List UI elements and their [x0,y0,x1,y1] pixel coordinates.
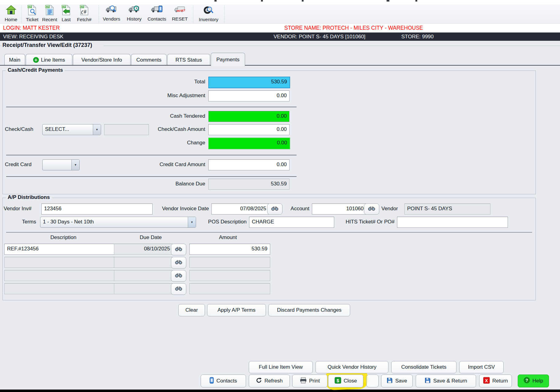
help-button[interactable]: ? Help [518,375,549,387]
terms-select[interactable]: 1 - 30 Days - Net 10th ▼ [40,217,196,228]
vendor-inv-label: Vendor Inv# [4,204,32,214]
contacts-button[interactable]: Contacts [201,375,246,387]
toolbar-item-fetch[interactable]: RD# Fetch# [77,5,91,22]
account-lookup-button[interactable] [364,204,379,215]
change-field: 0.00 [208,138,290,149]
toolbar-item-contacts[interactable]: Contacts [147,5,166,22]
dollar-icon: $ [335,377,341,385]
misc-adjustment-field[interactable]: 0.00 [208,90,289,101]
toolbar-item-ticket[interactable]: RD Ticket [26,5,39,22]
description-header: Description [33,234,94,241]
discard-payments-changes-button[interactable]: Discard Payments Changes [268,304,350,316]
title-line [0,46,2,46]
toolbar-item-vendors[interactable]: Vendors [103,5,120,22]
toolbar-item-history[interactable]: History [127,5,142,22]
view-label: VIEW: RECEIVING DESK [3,34,63,40]
toolbar-separator [99,6,99,26]
artifact-mark [387,0,389,2]
full-line-item-view-button[interactable]: Full Line Item View [249,361,313,373]
tab-label: RTS Status [176,57,202,63]
vendor-inv-field[interactable]: 123456 [41,204,153,215]
tab-payments[interactable]: Payments [211,53,245,66]
button-label: Close [344,378,357,384]
save-icon [387,377,393,385]
button-label: Clear [185,307,198,313]
credit-card-label: Credit Card [5,159,32,170]
save-and-return-button[interactable]: Save & Return [416,375,476,387]
credit-card-amount-label: Credit Card Amount [129,159,205,170]
save-button[interactable]: Save [381,375,413,387]
due-date-lookup-button[interactable] [171,270,186,282]
distribution-amount-field[interactable]: 530.59 [189,244,270,255]
tab-comments[interactable]: Comments [131,54,167,66]
home-icon [6,5,17,17]
account-field[interactable]: 101060 [312,204,366,215]
tab-label: Main [9,57,21,63]
toolbar: Home RD Ticket RD Recent RD Last RD# Fet… [0,4,560,24]
chevron-down-icon: ▼ [93,124,101,135]
toolbar-item-label: Recent [42,17,57,22]
toolbar-item-inventory[interactable]: Inventory [199,5,218,22]
bottom-bar [0,390,560,392]
section-divider [6,155,297,155]
button-label: Quick Vendor History [327,364,376,370]
ticket-document-icon: RD [28,5,37,17]
tab-label: Payments [216,57,240,63]
due-date-lookup-button[interactable] [171,257,186,268]
consolidate-tickets-button[interactable]: Consolidate Tickets [391,361,456,373]
toolbar-item-recent[interactable]: RD Recent [42,5,57,22]
date-lookup-button[interactable] [267,204,282,215]
ap-distributions-legend: A/P Distributions [6,194,52,200]
check-cash-select[interactable]: SELECT... ▼ [42,124,101,135]
plus-icon: + [33,57,39,63]
button-label: Contacts [216,378,237,384]
hits-ticket-field[interactable] [397,217,508,228]
due-date-lookup-button[interactable] [171,244,186,255]
vendor-label: VENDOR: POINT S- 45 DAYS [101060] [274,34,365,40]
refresh-button[interactable]: Refresh [249,375,290,387]
cash-tendered-field[interactable]: 0.00 [208,111,289,122]
tab-rts-status[interactable]: RTS Status [167,54,210,66]
toolbar-item-home[interactable]: Home [5,5,17,22]
distribution-description-field[interactable]: REF.#123456 [4,244,116,255]
due-date-lookup-button[interactable] [171,283,186,295]
tab-vendor-store-info[interactable]: Vendor/Store Info [73,54,131,66]
close-button[interactable]: $ Close [328,375,363,387]
toolbar-item-last[interactable]: RD Last [62,5,71,22]
svg-text:RD: RD [80,6,84,8]
credit-card-select[interactable]: ▼ [42,159,80,170]
return-button[interactable]: X Return [479,375,512,387]
help-icon: ? [524,377,530,385]
vendor-invoice-date-field[interactable]: 07/08/2025 [211,204,269,215]
last-document-icon: RD [62,5,71,17]
button-label: Return [492,378,508,384]
apply-ap-terms-button[interactable]: Apply A/P Terms [207,304,266,316]
terms-select-value: 1 - 30 Days - Net 10th [40,217,188,227]
clear-button[interactable]: Clear [178,304,205,316]
check-cash-amount-field[interactable]: 0.00 [208,124,289,135]
section-divider [6,232,532,233]
cash-tendered-label: Cash Tendered [129,111,205,121]
button-label: Save & Return [433,378,467,384]
print-button[interactable]: Print [292,375,327,387]
vendor-invoice-date-label: Vendor Invoice Date [149,204,209,214]
distribution-description-field [4,257,116,268]
quick-vendor-history-button[interactable]: Quick Vendor History [316,361,388,373]
toolbar-item-label: Last [62,17,70,22]
top-strip [0,0,560,4]
svg-text:X: X [485,378,488,383]
fetch-number-document-icon: RD# [80,5,89,17]
tab-main[interactable]: Main [4,54,25,66]
artifact-mark [415,0,417,2]
tab-line-items[interactable]: +Line Items [26,54,72,66]
credit-card-amount-field[interactable]: 0.00 [208,159,289,170]
binoculars-icon [175,286,183,292]
import-csv-button[interactable]: Import CSV [459,361,504,373]
toolbar-item-reset[interactable]: RESET RESET [172,5,188,22]
login-status: LOGIN: MATT KESTER [3,25,60,31]
recent-document-icon: RD [45,5,54,17]
print-icon [300,377,307,385]
store-number-label: STORE: 9990 [401,34,434,40]
distribution-due-date-field [114,257,173,268]
pos-description-field[interactable]: CHARGE [249,217,334,228]
